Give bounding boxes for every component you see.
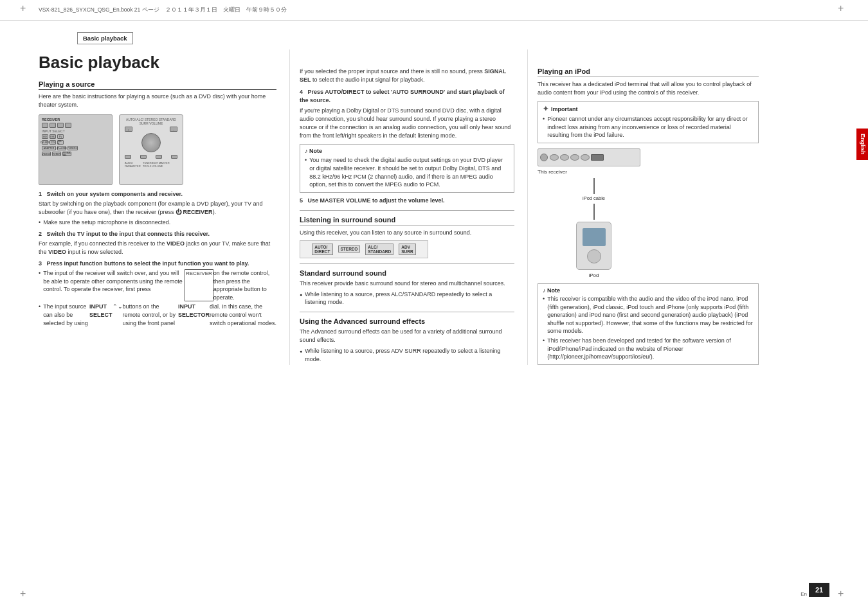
step2: 2 Switch the TV input to the input that … bbox=[39, 230, 276, 238]
receiver-panel-left: RECEIVER INPUT SELECT BD DVD TV DVL bbox=[39, 114, 113, 185]
star-icon: ✦ bbox=[543, 105, 548, 113]
alc-btn-alc: ALC/STANDARD bbox=[365, 244, 393, 255]
right-column: Playing an iPod This receiver has a dedi… bbox=[527, 49, 759, 365]
mid-cont-text: If you selected the proper input source … bbox=[300, 67, 514, 84]
note1-text: You may need to check the digital audio … bbox=[305, 156, 509, 188]
cable-col: iPod cable iPod bbox=[576, 178, 611, 279]
divider-2 bbox=[300, 263, 514, 264]
corner-br bbox=[837, 591, 849, 603]
playing-source-heading: Playing a source bbox=[39, 80, 276, 90]
ipod-click-wheel bbox=[587, 249, 601, 263]
ipod-diagram: This receiver iPod cable iP bbox=[538, 148, 759, 280]
step1-text: Start by switching on the playback compo… bbox=[39, 200, 276, 217]
step1: 1 Switch on your system components and r… bbox=[39, 190, 276, 199]
corner-bl bbox=[19, 591, 31, 603]
standard-text: This receiver provide basic surround sou… bbox=[300, 280, 514, 288]
ipod-title: Playing an iPod bbox=[538, 67, 759, 77]
left-column: Basic playback Playing a source Here are… bbox=[39, 49, 289, 365]
diagram-receiver-box bbox=[538, 148, 640, 166]
cable-label: iPod cable bbox=[583, 195, 605, 202]
page: VSX-821_826_SYXCN_QSG_En.book 21 ページ ２０１… bbox=[0, 0, 868, 613]
alc-btn-adv: ADVSURR bbox=[399, 244, 415, 255]
listening-text: Using this receiver, you can listen to a… bbox=[300, 229, 514, 237]
note2-bullet1: This receiver is compatible with the aud… bbox=[543, 295, 754, 335]
panel-top-row bbox=[42, 123, 109, 128]
important-title: ✦ Important bbox=[543, 105, 754, 113]
note-box-2: ♪ Note This receiver is compatible with … bbox=[538, 283, 759, 365]
ipod-screen bbox=[583, 228, 606, 246]
step2-text: For example, if you connected this recei… bbox=[39, 240, 276, 256]
divider-3 bbox=[300, 312, 514, 312]
advanced-text: The Advanced surround effects can be use… bbox=[300, 328, 514, 344]
receiver-illustration: RECEIVER INPUT SELECT BD DVD TV DVL bbox=[39, 114, 276, 185]
step5: 5 Use MASTER VOLUME to adjust the volume… bbox=[300, 197, 514, 205]
standard-bullet: While listening to a source, press ALC/S… bbox=[300, 290, 514, 306]
corner-tl bbox=[19, 5, 31, 18]
listening-title: Listening in surround sound bbox=[300, 216, 514, 226]
divider-1 bbox=[300, 210, 514, 211]
advanced-heading: Using the Advanced surround effects bbox=[300, 317, 514, 325]
diagram-receiver-row bbox=[538, 148, 640, 166]
section-label-bar: Basic playback bbox=[39, 26, 829, 44]
page-title: Basic playback bbox=[39, 53, 276, 73]
note2-bullet2: This receiver has been developed and tes… bbox=[543, 337, 754, 361]
page-number: 21 bbox=[809, 583, 829, 597]
diagram-cable-area: iPod cable iPod bbox=[538, 178, 611, 279]
page-en: En bbox=[800, 591, 807, 597]
standard-heading: Standard surround sound bbox=[300, 269, 514, 277]
corner-tr bbox=[837, 5, 849, 18]
alc-btn-stereo: STEREO bbox=[338, 245, 361, 253]
important-box: ✦ Important Pioneer cannot under any cir… bbox=[538, 101, 759, 143]
ipod-section: Playing an iPod This receiver has a dedi… bbox=[538, 67, 759, 365]
cable-line-bottom bbox=[593, 204, 595, 220]
ipod-device bbox=[576, 222, 611, 270]
note-box-1: ♪ Note You may need to check the digital… bbox=[300, 144, 514, 192]
ipod-label: iPod bbox=[588, 272, 599, 280]
important-bullet1: Pioneer cannot under any circumstances a… bbox=[543, 115, 754, 139]
header-meta: VSX-821_826_SYXCN_QSG_En.book 21 ページ ２０１… bbox=[0, 0, 868, 21]
playing-source-intro: Here are the basic instructions for play… bbox=[39, 93, 276, 109]
advanced-bullet: While listening to a source, press ADV S… bbox=[300, 347, 514, 363]
step3-bullet2: The input source can also be selected by… bbox=[39, 303, 276, 327]
mid-column: If you selected the proper input source … bbox=[289, 49, 527, 365]
step4: 4 Press AUTO/DIRECT to select 'AUTO SURR… bbox=[300, 88, 514, 105]
ipod-intro: This receiver has a dedicated iPod termi… bbox=[538, 80, 759, 97]
step4-text: If you're playing a Dolby Digital or DTS… bbox=[300, 107, 514, 140]
step3: 3 Press input function buttons to select… bbox=[39, 260, 276, 268]
remote-panel: AUTO/ ALC/ STEREO STANDARD SURR VOLUME +… bbox=[119, 114, 183, 185]
step1-bullet1: Make sure the setup microphone is discon… bbox=[39, 218, 276, 227]
main-content: Basic playback Playing a source Here are… bbox=[39, 44, 829, 365]
step3-bullet1: The input of the receiver will switch ov… bbox=[39, 269, 276, 301]
english-tab: English bbox=[856, 129, 868, 160]
alc-bar: AUTO/DIRECT STEREO ALC/STANDARD ADVSURR bbox=[300, 240, 428, 258]
receiver-label: This receiver bbox=[538, 168, 567, 176]
cable-line-top bbox=[593, 178, 595, 194]
alc-btn-auto: AUTO/DIRECT bbox=[312, 244, 332, 255]
